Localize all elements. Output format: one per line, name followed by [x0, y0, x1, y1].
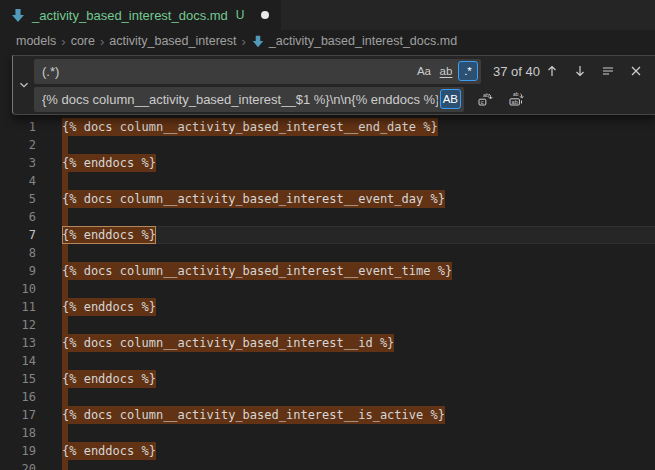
breadcrumb-item-file[interactable]: _activity_based_interest_docs.md: [251, 34, 457, 48]
find-match-highlight: {% enddocs %}: [62, 298, 156, 316]
code-line[interactable]: 5{% docs column__activity_based_interest…: [0, 190, 655, 208]
code-line[interactable]: 15{% enddocs %}: [0, 370, 655, 388]
line-number: 8: [0, 244, 36, 262]
vscode-window: _activity_based_interest_docs.md U model…: [0, 0, 655, 470]
code-line[interactable]: 10: [0, 280, 655, 298]
line-number: 5: [0, 190, 36, 208]
line-content: [62, 460, 655, 470]
find-input[interactable]: (.*) Aa ab .*: [34, 59, 481, 84]
line-number: 7: [0, 226, 36, 244]
find-match-highlight: [62, 208, 68, 226]
code-line[interactable]: 7{% enddocs %}: [0, 226, 655, 244]
editor-tab[interactable]: _activity_based_interest_docs.md U: [0, 0, 281, 30]
find-match-highlight: [62, 424, 68, 442]
find-in-selection-button[interactable]: [597, 60, 619, 82]
arrow-down-icon: [572, 63, 588, 79]
tab-filename: _activity_based_interest_docs.md: [32, 8, 228, 23]
code-line[interactable]: 14: [0, 352, 655, 370]
code-line[interactable]: 12: [0, 316, 655, 334]
code-line[interactable]: 19{% enddocs %}: [0, 442, 655, 460]
line-content: {% enddocs %}: [62, 154, 655, 172]
match-case-toggle[interactable]: Aa: [414, 61, 434, 81]
replace-value-text: {% docs column__activity_based_interest_…: [42, 92, 438, 107]
regex-toggle[interactable]: .*: [458, 61, 478, 81]
find-match-highlight: [62, 388, 68, 406]
line-number: 11: [0, 298, 36, 316]
find-match-highlight: {% docs column__activity_based_interest_…: [62, 334, 394, 352]
breadcrumb-item-core[interactable]: core: [71, 34, 95, 48]
next-match-button[interactable]: [569, 60, 591, 82]
breadcrumb-item-models[interactable]: models: [16, 34, 56, 48]
line-number: 10: [0, 280, 36, 298]
replace-icon: ab c: [477, 91, 493, 107]
code-line[interactable]: 13{% docs column__activity_based_interes…: [0, 334, 655, 352]
line-number: 6: [0, 208, 36, 226]
find-match-highlight: [62, 280, 68, 298]
code-line[interactable]: 2: [0, 136, 655, 154]
line-content: [62, 208, 655, 226]
replace-all-button[interactable]: ab ab: [505, 88, 527, 110]
find-row: (.*) Aa ab .* 37 of 40: [34, 59, 647, 84]
whole-word-toggle[interactable]: ab: [436, 61, 456, 81]
line-content: {% enddocs %}: [62, 370, 655, 388]
git-status-badge: U: [236, 8, 245, 22]
line-number: 16: [0, 388, 36, 406]
line-content: {% enddocs %}: [62, 298, 655, 316]
code-line[interactable]: 18: [0, 424, 655, 442]
find-match-highlight: [62, 172, 68, 190]
toggle-replace-button[interactable]: [13, 56, 34, 114]
editor-pane[interactable]: (.*) Aa ab .* 37 of 40: [0, 52, 655, 470]
line-content: [62, 136, 655, 154]
line-number: 20: [0, 460, 36, 470]
find-match-highlight: [62, 460, 68, 470]
find-match-highlight: {% docs column__activity_based_interest_…: [62, 118, 438, 136]
code-line[interactable]: 16: [0, 388, 655, 406]
line-content: {% docs column__activity_based_interest_…: [62, 334, 655, 352]
svg-text:ab: ab: [513, 91, 519, 97]
find-match-highlight: {% docs column__activity_based_interest_…: [62, 190, 445, 208]
match-count: 37 of 40: [493, 64, 540, 79]
chevron-down-icon: [17, 78, 31, 92]
code-line[interactable]: 4: [0, 172, 655, 190]
svg-text:ab: ab: [483, 92, 489, 98]
code-line[interactable]: 11{% enddocs %}: [0, 298, 655, 316]
line-content: {% docs column__activity_based_interest_…: [62, 118, 655, 136]
find-match-highlight: [62, 244, 68, 262]
breadcrumb: models › core › activity_based_interest …: [0, 30, 655, 52]
code-line[interactable]: 20: [0, 460, 655, 470]
line-content: [62, 424, 655, 442]
unsaved-dot-icon[interactable]: [261, 11, 269, 19]
code-line[interactable]: 9{% docs column__activity_based_interest…: [0, 262, 655, 280]
code-line[interactable]: 8: [0, 244, 655, 262]
breadcrumb-file-label: _activity_based_interest_docs.md: [269, 34, 457, 48]
breadcrumb-item-folder[interactable]: activity_based_interest: [109, 34, 236, 48]
line-content: {% enddocs %}: [62, 226, 655, 244]
line-number: 15: [0, 370, 36, 388]
code-line[interactable]: 3{% enddocs %}: [0, 154, 655, 172]
replace-input[interactable]: {% docs column__activity_based_interest_…: [34, 87, 464, 112]
replace-button[interactable]: ab c: [474, 88, 496, 110]
find-match-highlight: {% enddocs %}: [62, 442, 156, 460]
line-content: {% docs column__activity_based_interest_…: [62, 406, 655, 424]
code-line[interactable]: 17{% docs column__activity_based_interes…: [0, 406, 655, 424]
close-find-button[interactable]: [625, 60, 647, 82]
arrow-up-icon: [544, 63, 560, 79]
line-content: {% docs column__activity_based_interest_…: [62, 190, 655, 208]
replace-all-icon: ab ab: [508, 91, 524, 107]
previous-match-button[interactable]: [541, 60, 563, 82]
line-content: [62, 244, 655, 262]
markdown-file-icon: [251, 34, 265, 48]
code-line[interactable]: 1{% docs column__activity_based_interest…: [0, 118, 655, 136]
whole-word-label: ab: [440, 65, 453, 77]
code-line[interactable]: 6: [0, 208, 655, 226]
find-match-highlight: {% docs column__activity_based_interest_…: [62, 262, 452, 280]
line-content: [62, 172, 655, 190]
line-content: [62, 352, 655, 370]
line-content: [62, 316, 655, 334]
line-number: 9: [0, 262, 36, 280]
preserve-case-toggle[interactable]: AB: [440, 89, 461, 109]
find-replace-widget: (.*) Aa ab .* 37 of 40: [12, 55, 655, 115]
line-content: {% enddocs %}: [62, 442, 655, 460]
line-number: 19: [0, 442, 36, 460]
line-content: [62, 280, 655, 298]
